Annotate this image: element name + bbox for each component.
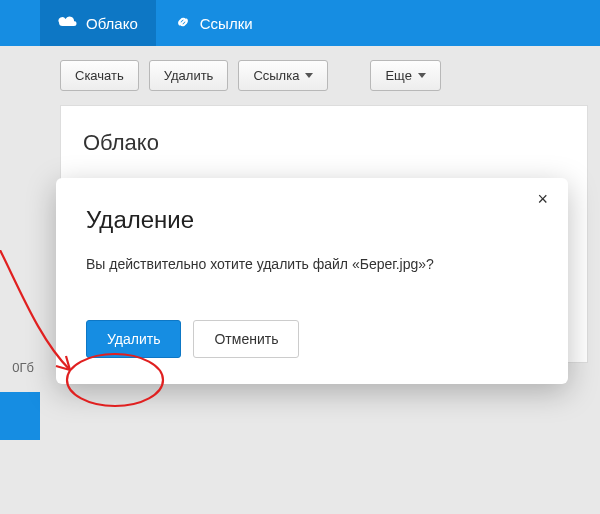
toolbar: Скачать Удалить Ссылка Еще xyxy=(0,46,600,105)
close-icon[interactable]: × xyxy=(531,188,554,211)
more-dropdown-label: Еще xyxy=(385,68,411,83)
confirm-delete-button[interactable]: Удалить xyxy=(86,320,181,358)
page-title: Облако xyxy=(83,130,565,156)
left-dock xyxy=(0,392,40,440)
cancel-button[interactable]: Отменить xyxy=(193,320,299,358)
tab-cloud-label: Облако xyxy=(86,15,138,32)
dialog-text: Вы действительно хотите удалить файл «Бе… xyxy=(86,256,538,272)
download-button[interactable]: Скачать xyxy=(60,60,139,91)
dialog-actions: Удалить Отменить xyxy=(86,320,538,358)
top-tabs: Облако Ссылки xyxy=(0,0,600,46)
chevron-down-icon xyxy=(418,73,426,78)
link-dropdown-label: Ссылка xyxy=(253,68,299,83)
link-icon xyxy=(174,13,192,34)
cloud-icon xyxy=(58,15,78,32)
more-dropdown-button[interactable]: Еще xyxy=(370,60,440,91)
tab-cloud[interactable]: Облако xyxy=(40,0,156,46)
link-dropdown-button[interactable]: Ссылка xyxy=(238,60,328,91)
chevron-down-icon xyxy=(305,73,313,78)
tab-links-label: Ссылки xyxy=(200,15,253,32)
tab-links[interactable]: Ссылки xyxy=(156,0,271,46)
storage-badge: 0Гб xyxy=(0,360,38,375)
delete-button[interactable]: Удалить xyxy=(149,60,229,91)
delete-dialog: × Удаление Вы действительно хотите удали… xyxy=(56,178,568,384)
dialog-title: Удаление xyxy=(86,206,538,234)
